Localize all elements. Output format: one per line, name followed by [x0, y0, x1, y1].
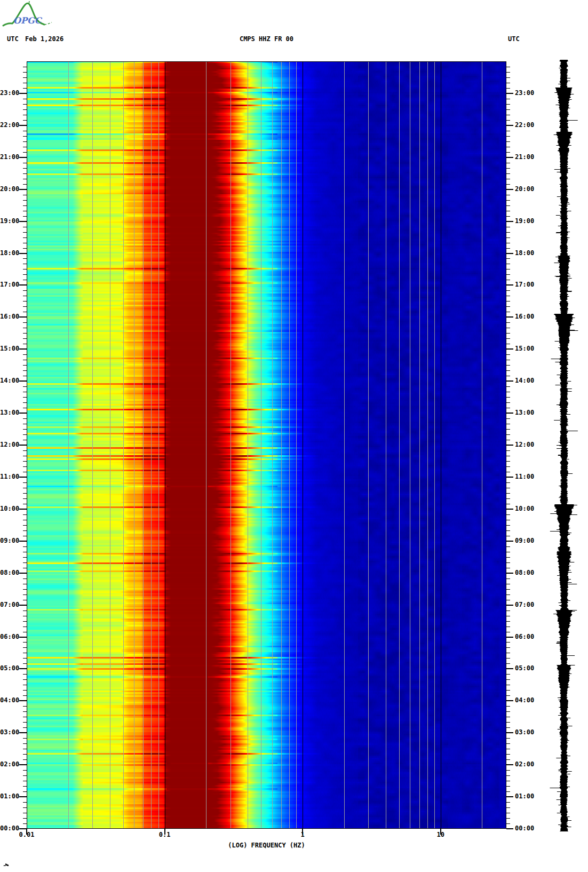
minor-tick-left	[23, 365, 27, 366]
minor-tick-left	[23, 685, 27, 685]
minor-tick-left	[23, 280, 27, 280]
hour-label-left: 09:00	[0, 537, 18, 544]
minor-tick-right	[506, 338, 510, 339]
minor-tick-left	[23, 141, 27, 142]
minor-tick-right	[506, 88, 510, 89]
minor-tick-left	[23, 386, 27, 387]
minor-tick-left	[23, 163, 27, 163]
minor-tick-right	[506, 546, 510, 547]
minor-tick-right	[506, 131, 510, 131]
hour-tick-left	[19, 316, 27, 318]
minor-tick-left	[23, 711, 27, 712]
minor-tick-right	[506, 679, 510, 680]
minor-tick-left	[23, 424, 27, 424]
hour-label-left: 21:00	[0, 154, 18, 161]
minor-tick-right	[506, 711, 510, 712]
minor-tick-left	[23, 690, 27, 691]
hour-label-right: 08:00	[515, 569, 538, 576]
minor-tick-right	[506, 706, 510, 707]
hour-label-left: 13:00	[0, 409, 18, 416]
minor-tick-right	[506, 520, 510, 520]
corner-mark-icon	[3, 861, 11, 868]
hour-label-right: 21:00	[515, 154, 538, 161]
minor-tick-left	[23, 791, 27, 792]
minor-tick-left	[23, 584, 27, 584]
minor-tick-right	[506, 552, 510, 552]
minor-tick-right	[506, 333, 510, 334]
x-tick-label: 0.1	[149, 831, 181, 838]
minor-tick-left	[23, 152, 27, 153]
minor-tick-left	[23, 440, 27, 440]
minor-tick-left	[23, 216, 27, 217]
hour-label-left: 16:00	[0, 313, 18, 320]
minor-tick-right	[506, 72, 510, 73]
minor-tick-left	[23, 109, 27, 110]
hour-tick-left	[19, 732, 27, 733]
minor-tick-right	[506, 328, 510, 328]
minor-tick-left	[23, 258, 27, 259]
minor-tick-right	[506, 498, 510, 499]
minor-tick-left	[23, 738, 27, 739]
minor-tick-right	[506, 632, 510, 632]
minor-tick-right	[506, 274, 510, 275]
minor-tick-right	[506, 578, 510, 579]
minor-tick-right	[506, 109, 510, 110]
minor-tick-left	[23, 120, 27, 121]
minor-tick-right	[506, 296, 510, 296]
hour-label-right: 02:00	[515, 761, 538, 768]
minor-tick-right	[506, 589, 510, 590]
minor-tick-right	[506, 264, 510, 264]
minor-tick-right	[506, 525, 510, 526]
minor-tick-left	[23, 312, 27, 312]
opgc-logo-icon: OPGC	[2, 1, 55, 30]
minor-tick-right	[506, 168, 510, 169]
minor-tick-right	[506, 322, 510, 323]
minor-tick-right	[506, 818, 510, 819]
minor-tick-right	[506, 568, 510, 568]
hour-tick-left	[19, 413, 27, 414]
minor-tick-left	[23, 642, 27, 643]
minor-tick-right	[506, 386, 510, 387]
minor-tick-right	[506, 530, 510, 531]
minor-tick-left	[23, 269, 27, 269]
minor-tick-right	[506, 674, 510, 675]
minor-tick-right	[506, 493, 510, 494]
minor-tick-left	[23, 679, 27, 680]
minor-tick-right	[506, 759, 510, 760]
minor-tick-left	[23, 461, 27, 462]
spectrogram-page: OPGC UTC Feb 1,2026 CMPS HHZ FR 00 UTC 2…	[0, 0, 588, 872]
hour-label-right: 11:00	[515, 473, 538, 480]
minor-tick-right	[506, 397, 510, 398]
minor-tick-left	[23, 306, 27, 307]
hour-label-right: 12:00	[515, 441, 538, 448]
minor-tick-left	[23, 562, 27, 563]
minor-tick-left	[23, 360, 27, 360]
minor-tick-left	[23, 429, 27, 430]
minor-tick-right	[506, 594, 510, 595]
minor-tick-left	[23, 727, 27, 728]
minor-tick-right	[506, 616, 510, 616]
minor-tick-left	[23, 807, 27, 808]
hour-tick-right	[506, 157, 513, 158]
minor-tick-left	[23, 786, 27, 787]
page-title: CMPS HHZ FR 00	[27, 35, 506, 43]
x-tick-label: 1	[287, 831, 319, 838]
hour-tick-left	[19, 380, 27, 382]
minor-tick-left	[23, 530, 27, 531]
hour-tick-left	[19, 93, 27, 94]
minor-tick-left	[23, 456, 27, 456]
minor-tick-left	[23, 376, 27, 376]
hour-label-right: 13:00	[515, 409, 538, 416]
minor-tick-right	[506, 173, 510, 174]
minor-tick-right	[506, 584, 510, 584]
hour-tick-left	[19, 445, 27, 446]
spectrogram-canvas	[27, 61, 506, 829]
minor-tick-right	[506, 727, 510, 728]
hour-tick-left	[19, 541, 27, 542]
minor-tick-left	[23, 498, 27, 499]
minor-tick-right	[506, 562, 510, 563]
minor-tick-left	[23, 227, 27, 227]
minor-tick-right	[506, 408, 510, 408]
hour-label-left: 15:00	[0, 345, 18, 352]
hour-label-left: 03:00	[0, 729, 18, 736]
